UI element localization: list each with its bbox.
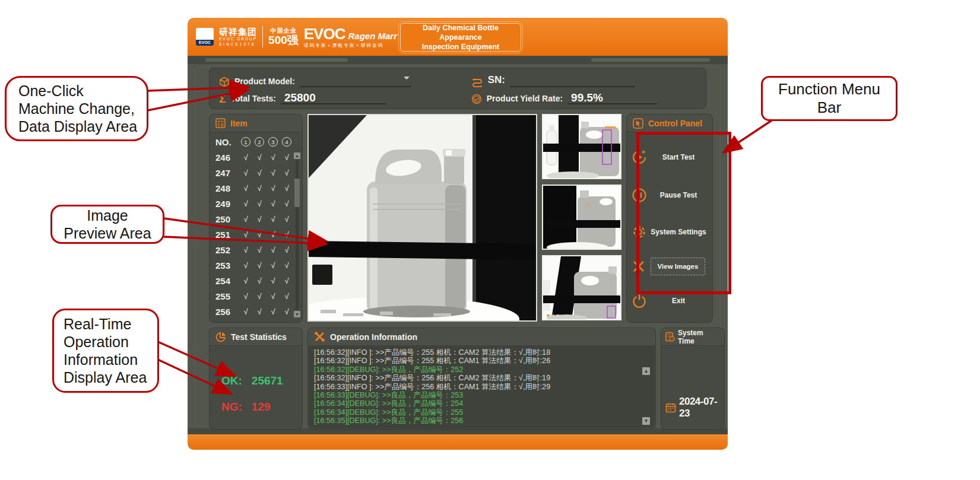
table-row[interactable]: 252√√√√ [215,242,297,258]
time-icon [665,332,675,342]
annotation-realtime-info: Real-TimeOperationInformationDisplay Are… [52,309,159,393]
check-mark: √ [255,169,264,177]
item-table: NO.1234 246√√√√247√√√√248√√√√249√√√√250√… [210,132,302,319]
scroll-down-icon[interactable]: ▼ [642,417,650,425]
log-scroll-area[interactable]: [16:56:32][INFO ]: >>产品编号：255 相机：CAM2 算法… [309,345,655,428]
table-row[interactable]: 251√√√√ [215,227,297,242]
table-row[interactable]: 248√√√√ [215,180,297,196]
check-mark: √ [241,184,250,193]
table-row[interactable]: 246√√√√ [215,150,297,165]
check-mark: √ [241,153,250,162]
table-row[interactable]: 249√√√√ [215,196,297,211]
yield-value: 99.5% [567,91,607,104]
item-panel-title: Item [230,119,248,128]
check-mark: √ [282,184,291,193]
check-mark: √ [268,292,278,301]
sn-label: SN: [488,74,505,87]
table-row[interactable]: 254√√√√ [215,273,297,288]
data-display-panel: Product Model: Σ Total Tests: 25800 [209,68,706,109]
product-model-select[interactable] [300,74,411,87]
check-mark: √ [241,307,250,316]
annotation-text-line: Bar [763,98,896,117]
check-mark: √ [241,292,250,301]
control-panel-header: Control Panel [627,115,712,132]
check-mark: √ [282,215,291,224]
row-number: 247 [215,168,237,178]
app-header: EVOC 研祥集团 EVOC GROUP SINCE1978 中国企业 500强… [188,18,728,56]
thumbnail-cam3[interactable] [542,255,621,320]
item-scrollbar[interactable]: ▲ ▼ [294,152,300,317]
log-line: [16:56:32][INFO ]: >>产品编号：255 相机：CAM1 算法… [314,357,649,365]
annotation-text-line: Information [64,351,157,368]
deco-strip-top [188,56,728,64]
check-mark: √ [255,230,264,239]
power-icon [632,293,647,309]
column-header-no: NO. [215,137,237,147]
deco-tab [591,58,710,62]
check-mark: √ [241,261,250,270]
logo-since: SINCE1978 [219,43,257,47]
column-header-circled: 2 [255,137,264,147]
check-mark: √ [282,261,291,270]
annotation-text-line: Machine Change, [18,100,147,117]
check-mark: √ [241,246,250,255]
logo-divider [262,26,263,47]
yield-field: 99.5% [567,91,656,104]
row-number: 250 [215,214,237,224]
annotation-text-line: Display Area [64,368,157,386]
scrollbar-thumb[interactable] [294,179,300,207]
table-row[interactable]: 255√√√√ [215,288,297,304]
stats-icon [215,332,226,342]
scroll-up-icon[interactable]: ▲ [642,367,650,375]
table-row[interactable]: 247√√√√ [215,165,297,180]
annotation-text-line: Image [52,206,163,224]
thumbnail-cam1[interactable] [542,114,621,179]
test-statistics-panel: Test Statistics OK: 25671 NG: 129 [209,328,303,430]
log-line: [16:56:34][DEBUG]: >>良品，产品编号：255 [314,408,649,417]
log-line: [16:56:33][INFO ]: >>产品编号：256 相机：CAM1 算法… [314,383,649,391]
check-mark: √ [241,276,250,285]
control-panel-title: Control Panel [648,119,702,128]
log-line: [16:56:32][DEBUG]: >>良品，产品编号：252 [314,365,649,374]
row-number: 248 [215,183,237,193]
row-number: 246 [215,152,237,163]
operation-information-panel: Operation Information [16:56:32][INFO ]:… [307,328,656,430]
check-mark: √ [282,246,291,255]
ng-stat: NG: 129 [210,400,302,414]
main-image-preview [307,114,537,322]
check-mark: √ [241,215,250,224]
scroll-down-icon[interactable]: ▼ [294,311,300,317]
row-number: 249 [215,199,237,209]
app-footer [188,434,728,450]
check-mark: √ [241,199,250,208]
annotation-text-line: One-Click [18,82,147,100]
table-row[interactable]: 250√√√√ [215,211,297,227]
check-mark: √ [255,292,264,301]
table-row[interactable]: 253√√√√ [215,258,297,273]
time-panel-header: System Time [661,328,724,346]
row-number: 252 [215,245,237,255]
check-mark: √ [255,307,264,316]
check-mark: √ [255,184,264,193]
logo-group-en: EVOC GROUP [219,37,257,42]
system-time-panel: System Time 2024-07-23 [661,328,725,430]
row-number: 251 [215,230,237,240]
log-panel-header: Operation Information [308,328,655,346]
column-header-circled: 4 [282,137,291,147]
log-panel-title: Operation Information [330,332,417,342]
sn-field[interactable] [510,74,635,87]
time-panel-title: System Time [678,329,721,345]
check-mark: √ [282,199,291,208]
date-value: 2024-07-23 [679,396,724,419]
ok-stat: OK: 25671 [210,374,302,387]
product-model-icon [219,77,230,87]
annotation-text-line: Data Display Area [18,117,147,135]
ok-label: OK: [221,374,242,387]
system-date: 2024-07-23 [665,396,724,419]
product-model-label: Product Model: [234,77,295,87]
annotation-image-preview: ImagePreview Area [50,205,164,244]
column-header-circled: 1 [241,137,250,147]
table-row[interactable]: 256√√√√ [215,304,297,319]
scroll-up-icon[interactable]: ▲ [294,152,300,159]
thumbnail-cam2[interactable] [542,185,621,250]
